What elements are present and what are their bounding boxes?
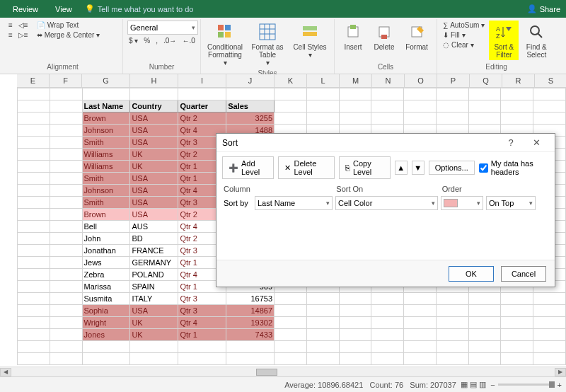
status-bar: Average: 10896.68421 Count: 76 Sum: 2070… (0, 376, 566, 392)
move-up-button[interactable]: ▲ (395, 161, 408, 175)
group-label-number: Number (127, 62, 196, 72)
order-color-combo[interactable] (441, 196, 483, 210)
add-icon: ➕ (229, 163, 238, 173)
merge-center-button[interactable]: ⬌Merge & Center ▾ (35, 30, 102, 40)
svg-text:Z: Z (496, 33, 500, 40)
zoom-slider[interactable] (498, 384, 555, 386)
col-L[interactable]: L (307, 74, 340, 87)
format-button[interactable]: Format (401, 21, 432, 52)
conditional-formatting-button[interactable]: Conditional Formatting ▾ (205, 21, 245, 68)
col-G[interactable]: G (82, 74, 130, 87)
percent-button[interactable]: % (142, 36, 151, 45)
sortby-label: Sort by (224, 199, 252, 207)
col-K[interactable]: K (275, 74, 307, 87)
ok-button[interactable]: OK (449, 266, 494, 282)
scroll-right-button[interactable]: ▶ (555, 368, 566, 376)
sorton-header-label: Sort On (336, 185, 441, 193)
col-H[interactable]: H (130, 74, 178, 87)
col-S[interactable]: S (535, 74, 566, 87)
share-button[interactable]: 👤 Share (527, 4, 560, 13)
horizontal-scrollbar[interactable]: ◀ ▶ (0, 367, 566, 376)
svg-rect-4 (260, 24, 275, 40)
column-headers[interactable]: EFGHIJKLMNOPQRS (17, 74, 566, 88)
svg-rect-12 (350, 25, 356, 29)
tell-me-search[interactable]: 💡 Tell me what you want to do (85, 4, 194, 13)
delete-level-button[interactable]: ✕Delete Level (278, 156, 334, 179)
order-position-combo[interactable]: On Top (486, 196, 536, 210)
align-left-icon[interactable]: ≡ (7, 21, 14, 30)
col-R[interactable]: R (502, 74, 535, 87)
cell-styles-button[interactable]: Cell Styles ▾ (290, 21, 330, 60)
insert-icon (343, 22, 363, 42)
indent-increase-icon[interactable]: ▷≡ (17, 30, 30, 40)
delete-button[interactable]: Delete (370, 21, 398, 52)
copy-level-button[interactable]: ⎘Copy Level (339, 156, 391, 179)
currency-button[interactable]: $ ▾ (127, 36, 139, 45)
tab-review[interactable]: Review (6, 2, 45, 16)
decrease-decimal-button[interactable]: ←.0 (180, 36, 196, 45)
search-icon (526, 22, 546, 42)
add-level-button[interactable]: ➕Add Level (222, 156, 274, 179)
align-center-icon[interactable]: ≡ (7, 30, 14, 40)
color-swatch (444, 199, 458, 207)
autosum-button[interactable]: ∑AutoSum ▾ (441, 21, 486, 30)
view-layout-icon[interactable]: ▤ (470, 380, 477, 389)
col-I[interactable]: I (178, 74, 226, 87)
scroll-left-button[interactable]: ◀ (0, 368, 11, 376)
fill-button[interactable]: ⬇Fill ▾ (441, 30, 486, 40)
view-pagebreak-icon[interactable]: ▥ (479, 380, 486, 389)
wrap-text-button[interactable]: 📄Wrap Text (35, 21, 102, 30)
svg-rect-9 (303, 26, 317, 30)
zoom-out-button[interactable]: − (490, 381, 495, 389)
view-normal-icon[interactable]: ▦ (461, 380, 468, 389)
scroll-thumb[interactable] (256, 369, 277, 376)
sorton-combo[interactable]: Cell Color (335, 196, 438, 210)
col-J[interactable]: J (226, 74, 275, 87)
insert-button[interactable]: Insert (339, 21, 367, 52)
dialog-help-button[interactable]: ? (498, 135, 524, 151)
indent-decrease-icon[interactable]: ◁≡ (17, 21, 30, 30)
col-F[interactable]: F (50, 74, 82, 87)
delete-icon: ✕ (284, 163, 291, 173)
sort-dialog: Sort ? ✕ ➕Add Level ✕Delete Level ⎘Copy … (216, 133, 555, 287)
move-down-button[interactable]: ▼ (412, 161, 424, 175)
options-button[interactable]: Options... (429, 161, 475, 175)
number-format-combo[interactable]: General (127, 21, 198, 35)
headers-checkbox[interactable]: My data has headers (479, 159, 549, 176)
wrap-text-icon: 📄 (37, 21, 45, 29)
copy-icon: ⎘ (345, 163, 350, 172)
fill-icon: ⬇ (443, 31, 449, 39)
clear-button[interactable]: ◌Clear ▾ (441, 40, 486, 50)
col-M[interactable]: M (340, 74, 372, 87)
sortby-combo[interactable]: Last Name (255, 196, 333, 210)
title-bar: Review View 💡 Tell me what you want to d… (0, 0, 566, 18)
scroll-track[interactable] (11, 368, 555, 376)
svg-rect-10 (303, 32, 317, 36)
comma-button[interactable]: , (154, 36, 159, 45)
sort-filter-icon: AZ (494, 22, 514, 42)
tab-view[interactable]: View (48, 2, 79, 16)
find-select-button[interactable]: Find & Select (521, 21, 551, 60)
col-Q[interactable]: Q (470, 74, 502, 87)
delete-icon (374, 22, 394, 42)
status-count: Count: 76 (369, 381, 403, 389)
svg-rect-0 (218, 25, 224, 30)
cancel-button[interactable]: Cancel (501, 266, 546, 282)
sigma-icon: ∑ (443, 21, 448, 29)
zoom-in-button[interactable]: + (558, 381, 562, 389)
column-header-label: Column (224, 185, 336, 193)
svg-rect-14 (381, 35, 387, 39)
col-P[interactable]: P (437, 74, 470, 87)
col-E[interactable]: E (17, 74, 50, 87)
col-O[interactable]: O (405, 74, 437, 87)
col-N[interactable]: N (372, 74, 405, 87)
share-label: Share (540, 5, 560, 13)
sort-filter-button[interactable]: AZSort & Filter (489, 21, 519, 60)
svg-line-19 (538, 33, 542, 38)
zoom-control[interactable]: − + (490, 381, 562, 389)
format-as-table-button[interactable]: Format as Table ▾ (248, 21, 287, 68)
dialog-titlebar[interactable]: Sort ? ✕ (216, 134, 555, 152)
order-header-label: Order (442, 185, 548, 193)
increase-decimal-button[interactable]: .0→ (162, 36, 178, 45)
dialog-close-button[interactable]: ✕ (524, 135, 549, 151)
